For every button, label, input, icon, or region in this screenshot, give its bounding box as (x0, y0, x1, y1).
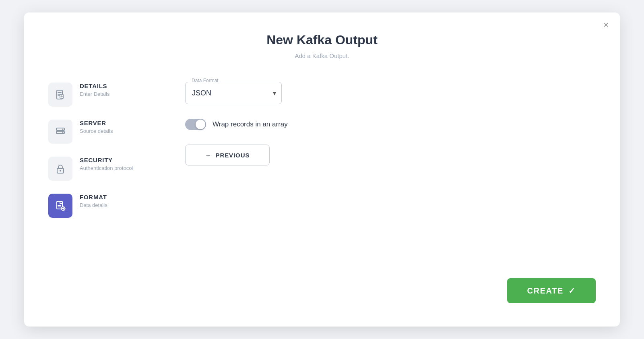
create-button[interactable]: CREATE ✓ (507, 278, 596, 303)
previous-arrow-icon: ← (205, 152, 212, 159)
wrap-records-row: Wrap records in an array (185, 119, 596, 130)
step-format: FORMAT Data details (48, 190, 161, 222)
step-security: SECURITY Authentication protocol (48, 153, 161, 185)
previous-button[interactable]: ← PREVIOUS (185, 145, 270, 165)
step-icon-server (48, 120, 72, 144)
step-format-desc: Data details (80, 202, 107, 208)
wrap-records-label: Wrap records in an array (213, 120, 288, 128)
step-format-title: FORMAT (80, 194, 107, 201)
step-security-title: SECURITY (80, 157, 133, 163)
action-row: ← PREVIOUS (185, 145, 596, 165)
svg-point-9 (62, 129, 64, 130)
data-format-select[interactable]: JSON Avro Protobuf CSV (185, 82, 282, 104)
wrap-records-toggle[interactable] (185, 119, 206, 130)
step-server-desc: Source details (80, 128, 113, 134)
step-icon-format (48, 194, 72, 218)
server-icon (55, 126, 66, 137)
step-details-title: DETAILS (80, 83, 109, 89)
svg-point-10 (62, 132, 64, 133)
step-icon-security (48, 157, 72, 181)
modal-body: DETAILS Enter Details SERVER Source de (48, 79, 596, 310)
lock-icon (55, 163, 66, 174)
svg-point-12 (60, 170, 61, 172)
document-icon (55, 89, 66, 100)
step-server: SERVER Source details (48, 116, 161, 148)
new-kafka-output-modal: × New Kafka Output Add a Kafka Output. (24, 12, 620, 327)
data-format-select-wrapper: Data Format JSON Avro Protobuf CSV ▾ (185, 82, 282, 104)
data-format-label: Data Format (190, 78, 220, 83)
create-check-icon: ✓ (568, 286, 576, 296)
modal-subtitle: Add a Kafka Output. (295, 52, 349, 59)
main-content: Data Format JSON Avro Protobuf CSV ▾ Wra… (185, 79, 596, 310)
step-security-desc: Authentication protocol (80, 165, 133, 171)
step-details: DETAILS Enter Details (48, 79, 161, 111)
previous-label: PREVIOUS (216, 152, 250, 159)
step-details-desc: Enter Details (80, 91, 109, 97)
data-format-group: Data Format JSON Avro Protobuf CSV ▾ (185, 82, 596, 104)
step-server-title: SERVER (80, 120, 113, 126)
modal-title: New Kafka Output (266, 33, 378, 48)
format-icon (55, 200, 66, 211)
steps-sidebar: DETAILS Enter Details SERVER Source de (48, 79, 161, 310)
close-button[interactable]: × (603, 21, 609, 29)
create-label: CREATE (527, 286, 564, 296)
toggle-knob (196, 120, 205, 129)
step-icon-details (48, 83, 72, 107)
